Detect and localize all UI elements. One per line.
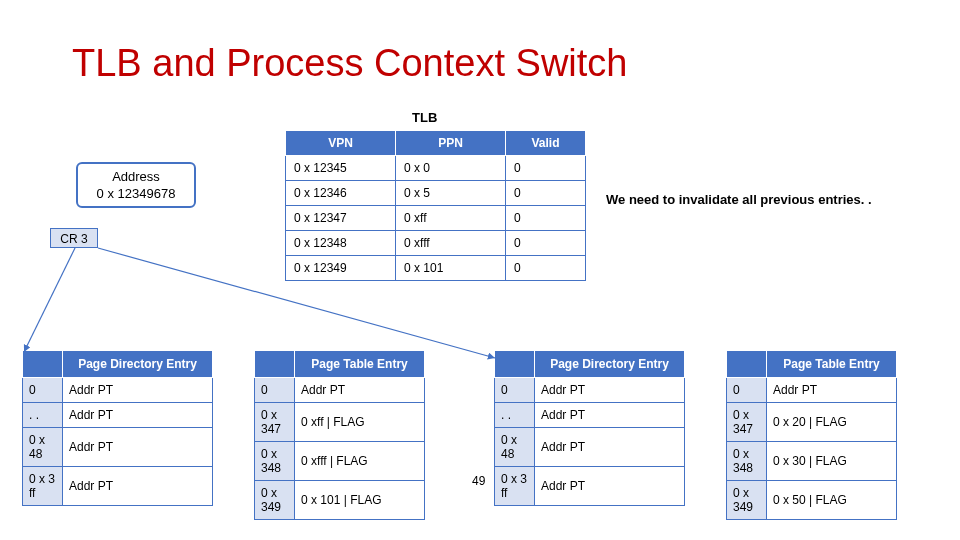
address-box: Address 0 x 12349678 (76, 162, 196, 208)
table-row: 0 x 3 ffAddr PT (495, 467, 685, 506)
tlb-cell: 0 (506, 231, 586, 256)
pte2-header: Page Table Entry (767, 351, 897, 378)
table-row: 0 x 3480 x 30 | FLAG (727, 442, 897, 481)
tlb-row: 0 x 123450 x 00 (286, 156, 586, 181)
tlb-cell: 0 (506, 256, 586, 281)
tlb-cell: 0 (506, 206, 586, 231)
table-row: 0Addr PT (255, 378, 425, 403)
pte2-val: Addr PT (767, 378, 897, 403)
pte1-idx: 0 x 349 (255, 481, 295, 520)
tlb-cell: 0 x 5 (396, 181, 506, 206)
page-number: 49 (472, 474, 485, 488)
pte1-val: Addr PT (295, 378, 425, 403)
pte2-val: 0 x 20 | FLAG (767, 403, 897, 442)
table-row: 0Addr PT (727, 378, 897, 403)
pde1-header-blank (23, 351, 63, 378)
slide-title: TLB and Process Context Switch (72, 42, 627, 85)
tlb-cell: 0 xfff (396, 231, 506, 256)
pde2-idx: 0 (495, 378, 535, 403)
table-row: 0 x 48Addr PT (23, 428, 213, 467)
table-row: 0 x 3480 xfff | FLAG (255, 442, 425, 481)
pte1-val: 0 x 101 | FLAG (295, 481, 425, 520)
tlb-cell: 0 x 0 (396, 156, 506, 181)
cr3-box: CR 3 (50, 228, 98, 248)
tlb-header-ppn: PPN (396, 131, 506, 156)
address-label: Address (78, 169, 194, 186)
pte2-val: 0 x 30 | FLAG (767, 442, 897, 481)
pte2-idx: 0 x 349 (727, 481, 767, 520)
address-value: 0 x 12349678 (78, 186, 194, 203)
tlb-table: VPN PPN Valid 0 x 123450 x 00 0 x 123460… (285, 130, 586, 281)
table-row: 0Addr PT (495, 378, 685, 403)
tlb-cell: 0 x 12347 (286, 206, 396, 231)
invalidate-note: We need to invalidate all previous entri… (606, 192, 872, 207)
tlb-cell: 0 x 12348 (286, 231, 396, 256)
table-row: 0 x 3 ffAddr PT (23, 467, 213, 506)
tlb-cell: 0 (506, 181, 586, 206)
pte1-header-blank (255, 351, 295, 378)
pte2-idx: 0 x 348 (727, 442, 767, 481)
pde1-table: Page Directory Entry 0Addr PT . .Addr PT… (22, 350, 213, 506)
tlb-row: 0 x 123480 xfff0 (286, 231, 586, 256)
pde1-val: Addr PT (63, 378, 213, 403)
pte2-idx: 0 x 347 (727, 403, 767, 442)
pde2-header-blank (495, 351, 535, 378)
pte1-val: 0 xfff | FLAG (295, 442, 425, 481)
table-row: 0Addr PT (23, 378, 213, 403)
pde1-idx: 0 (23, 378, 63, 403)
pde1-header: Page Directory Entry (63, 351, 213, 378)
tlb-cell: 0 xff (396, 206, 506, 231)
table-row: 0 x 3490 x 101 | FLAG (255, 481, 425, 520)
pte2-val: 0 x 50 | FLAG (767, 481, 897, 520)
pde1-val: Addr PT (63, 467, 213, 506)
arrow-cr3-to-pde1 (24, 248, 75, 352)
pte1-idx: 0 x 348 (255, 442, 295, 481)
pte1-idx: 0 x 347 (255, 403, 295, 442)
pte1-header: Page Table Entry (295, 351, 425, 378)
pde2-header: Page Directory Entry (535, 351, 685, 378)
pde2-val: Addr PT (535, 428, 685, 467)
pde2-val: Addr PT (535, 378, 685, 403)
table-row: . .Addr PT (23, 403, 213, 428)
pte2-idx: 0 (727, 378, 767, 403)
pde2-idx: 0 x 3 ff (495, 467, 535, 506)
pte1-val: 0 xff | FLAG (295, 403, 425, 442)
table-row: 0 x 3490 x 50 | FLAG (727, 481, 897, 520)
pde2-val: Addr PT (535, 467, 685, 506)
pde2-idx: . . (495, 403, 535, 428)
pde1-val: Addr PT (63, 403, 213, 428)
tlb-row: 0 x 123460 x 50 (286, 181, 586, 206)
pte2-table: Page Table Entry 0Addr PT 0 x 3470 x 20 … (726, 350, 897, 520)
tlb-header-valid: Valid (506, 131, 586, 156)
pte2-header-blank (727, 351, 767, 378)
tlb-cell: 0 x 12345 (286, 156, 396, 181)
tlb-row: 0 x 123470 xff0 (286, 206, 586, 231)
pde1-idx: 0 x 48 (23, 428, 63, 467)
tlb-cell: 0 x 12349 (286, 256, 396, 281)
tlb-header-vpn: VPN (286, 131, 396, 156)
pde1-val: Addr PT (63, 428, 213, 467)
pde2-table: Page Directory Entry 0Addr PT . .Addr PT… (494, 350, 685, 506)
pde1-idx: 0 x 3 ff (23, 467, 63, 506)
tlb-caption: TLB (412, 110, 437, 125)
tlb-cell: 0 (506, 156, 586, 181)
table-row: . .Addr PT (495, 403, 685, 428)
table-row: 0 x 3470 xff | FLAG (255, 403, 425, 442)
tlb-row: 0 x 123490 x 1010 (286, 256, 586, 281)
pde2-val: Addr PT (535, 403, 685, 428)
tlb-cell: 0 x 101 (396, 256, 506, 281)
table-row: 0 x 48Addr PT (495, 428, 685, 467)
pte1-idx: 0 (255, 378, 295, 403)
table-row: 0 x 3470 x 20 | FLAG (727, 403, 897, 442)
pde1-idx: . . (23, 403, 63, 428)
tlb-cell: 0 x 12346 (286, 181, 396, 206)
pde2-idx: 0 x 48 (495, 428, 535, 467)
pte1-table: Page Table Entry 0Addr PT 0 x 3470 xff |… (254, 350, 425, 520)
